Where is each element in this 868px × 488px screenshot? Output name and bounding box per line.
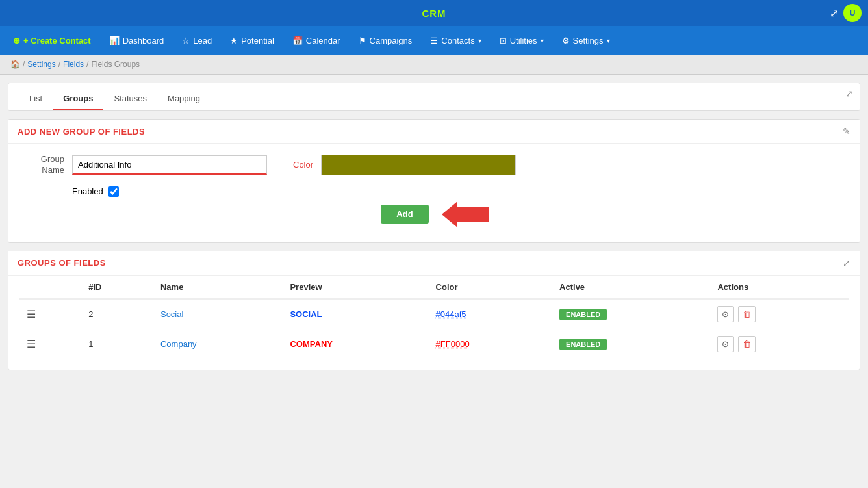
preview-cell: SOCIAL bbox=[282, 299, 428, 329]
col-actions: Actions bbox=[709, 276, 849, 299]
dashboard-icon: 📊 bbox=[109, 36, 120, 45]
groups-table: #ID Name Preview Color Active Actions ☰ … bbox=[19, 276, 849, 359]
utilities-icon: ⊡ bbox=[500, 36, 507, 45]
delete-button-0[interactable]: 🗑 bbox=[738, 306, 756, 322]
main-content: List Groups Statuses Mapping ⤢ ADD NEW G… bbox=[0, 75, 868, 386]
form-group-color: Color bbox=[293, 155, 516, 175]
nav-utilities[interactable]: ⊡ Utilities ▾ bbox=[492, 32, 552, 49]
breadcrumb-settings[interactable]: Settings bbox=[27, 60, 55, 69]
table-row: ☰ 1 Company COMPANY #FF0000 ENABLED ⊙ 🗑 bbox=[19, 329, 849, 359]
navbar: ⊕ + Create Contact 📊 Dashboard ☆ Lead ★ … bbox=[0, 26, 868, 55]
active-cell: ENABLED bbox=[552, 329, 709, 359]
enabled-checkbox[interactable] bbox=[108, 186, 119, 197]
id-cell: 2 bbox=[81, 299, 153, 329]
tab-statuses[interactable]: Statuses bbox=[103, 88, 157, 110]
group-name-input[interactable] bbox=[72, 155, 267, 175]
col-drag bbox=[19, 276, 81, 299]
contacts-caret: ▾ bbox=[478, 37, 481, 44]
add-group-card: ADD NEW GROUP OF FIELDS ✎ GroupName Colo… bbox=[8, 119, 860, 243]
breadcrumb: 🏠 / Settings / Fields / Fields Groups bbox=[0, 55, 868, 75]
name-cell[interactable]: Social bbox=[153, 299, 282, 329]
add-btn-row: Add bbox=[19, 197, 849, 232]
form-group-name: GroupName bbox=[19, 154, 267, 176]
name-cell[interactable]: Company bbox=[153, 329, 282, 359]
preview-cell: COMPANY bbox=[282, 329, 428, 359]
actions-cell: ⊙ 🗑 bbox=[709, 299, 849, 329]
contacts-icon: ☰ bbox=[430, 36, 438, 45]
add-group-expand-icon[interactable]: ✎ bbox=[843, 126, 850, 136]
actions-cell: ⊙ 🗑 bbox=[709, 329, 849, 359]
color-label: Color bbox=[293, 160, 313, 170]
edit-button-1[interactable]: ⊙ bbox=[717, 336, 734, 352]
groups-section-title: GROUPS OF FIELDS bbox=[18, 258, 106, 268]
col-preview: Preview bbox=[282, 276, 428, 299]
tab-groups[interactable]: Groups bbox=[53, 88, 103, 110]
drag-cell[interactable]: ☰ bbox=[19, 329, 81, 359]
groups-expand-icon[interactable]: ⤢ bbox=[843, 258, 850, 268]
groups-of-fields-card: GROUPS OF FIELDS ⤢ #ID Name Preview Colo… bbox=[8, 251, 860, 370]
nav-campaigns[interactable]: ⚑ Campaigns bbox=[351, 32, 420, 49]
expand-icon[interactable]: ⤢ bbox=[830, 7, 838, 19]
nav-calendar[interactable]: 📅 Calendar bbox=[285, 32, 348, 49]
nav-potential[interactable]: ★ Potential bbox=[222, 32, 282, 49]
id-cell: 1 bbox=[81, 329, 153, 359]
delete-button-1[interactable]: 🗑 bbox=[738, 336, 756, 352]
red-arrow-indicator bbox=[442, 205, 487, 224]
add-button[interactable]: Add bbox=[381, 205, 428, 224]
col-active: Active bbox=[552, 276, 709, 299]
breadcrumb-sep2: / bbox=[58, 60, 60, 69]
tab-mapping[interactable]: Mapping bbox=[157, 88, 211, 110]
groups-table-body: #ID Name Preview Color Active Actions ☰ … bbox=[8, 276, 860, 370]
color-cell: #044af5 bbox=[428, 299, 552, 329]
settings-icon: ⚙ bbox=[562, 36, 570, 45]
app-title: CRM bbox=[422, 8, 446, 19]
color-swatch[interactable] bbox=[321, 155, 516, 175]
nav-contacts[interactable]: ☰ Contacts ▾ bbox=[422, 32, 489, 49]
edit-button-0[interactable]: ⊙ bbox=[717, 306, 734, 322]
add-group-body: GroupName Color Enabled Add bbox=[8, 144, 860, 242]
col-name: Name bbox=[153, 276, 282, 299]
plus-icon: ⊕ bbox=[13, 36, 20, 45]
card-expand-icon[interactable]: ⤢ bbox=[845, 88, 853, 99]
utilities-caret: ▾ bbox=[541, 37, 544, 44]
breadcrumb-fields[interactable]: Fields bbox=[63, 60, 84, 69]
tab-list[interactable]: List bbox=[19, 88, 53, 110]
drag-cell[interactable]: ☰ bbox=[19, 299, 81, 329]
settings-caret: ▾ bbox=[607, 37, 610, 44]
groups-section-header: GROUPS OF FIELDS ⤢ bbox=[8, 251, 860, 276]
breadcrumb-sep1: / bbox=[23, 60, 25, 69]
tabs-header: List Groups Statuses Mapping ⤢ bbox=[8, 83, 860, 110]
nav-create-contact[interactable]: ⊕ + Create Contact bbox=[5, 32, 99, 49]
top-bar: CRM ⤢ U bbox=[0, 0, 868, 26]
nav-dashboard[interactable]: 📊 Dashboard bbox=[101, 32, 172, 49]
form-row-name-color: GroupName Color bbox=[19, 154, 849, 176]
active-cell: ENABLED bbox=[552, 299, 709, 329]
nav-lead[interactable]: ☆ Lead bbox=[174, 32, 220, 49]
enabled-label: Enabled bbox=[72, 186, 103, 196]
avatar[interactable]: U bbox=[843, 4, 862, 22]
star-filled-icon: ★ bbox=[230, 36, 238, 45]
enabled-group: Enabled bbox=[72, 186, 849, 197]
breadcrumb-sep3: / bbox=[86, 60, 88, 69]
group-name-label: GroupName bbox=[19, 154, 64, 176]
home-icon[interactable]: 🏠 bbox=[10, 60, 20, 69]
col-id: #ID bbox=[81, 276, 153, 299]
col-color: Color bbox=[428, 276, 552, 299]
tabs-card: List Groups Statuses Mapping ⤢ bbox=[8, 83, 860, 111]
color-cell: #FF0000 bbox=[428, 329, 552, 359]
calendar-icon: 📅 bbox=[292, 36, 303, 45]
star-icon: ☆ bbox=[182, 36, 190, 45]
breadcrumb-fields-groups: Fields Groups bbox=[91, 60, 140, 69]
add-group-header: ADD NEW GROUP OF FIELDS ✎ bbox=[8, 120, 860, 144]
table-header-row: #ID Name Preview Color Active Actions bbox=[19, 276, 849, 299]
flag-icon: ⚑ bbox=[359, 36, 366, 45]
topbar-right: ⤢ U bbox=[830, 4, 862, 22]
nav-settings[interactable]: ⚙ Settings ▾ bbox=[554, 32, 618, 49]
table-row: ☰ 2 Social SOCIAL #044af5 ENABLED ⊙ 🗑 bbox=[19, 299, 849, 329]
add-group-title: ADD NEW GROUP OF FIELDS bbox=[18, 127, 145, 136]
